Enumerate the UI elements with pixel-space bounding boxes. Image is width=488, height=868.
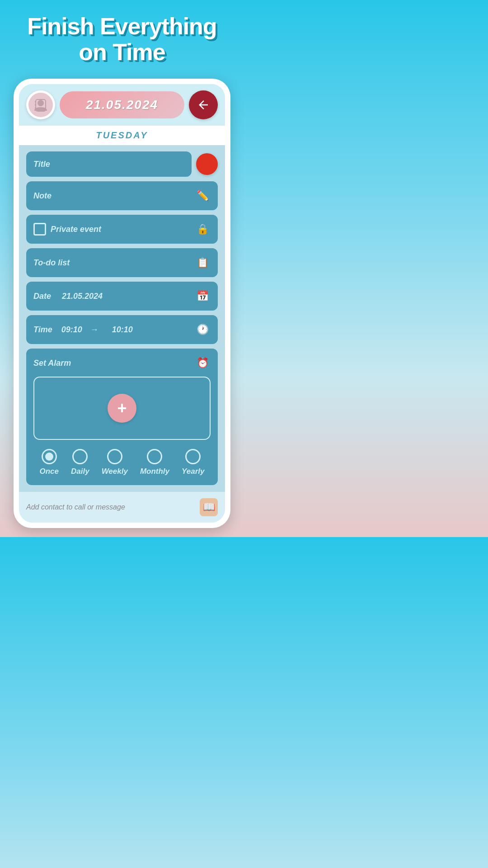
time-row[interactable]: Time 09:10 → 10:10 🕐 [26,315,218,344]
clock-icon: 🕐 [194,321,211,338]
time-start: 09:10 [61,325,82,335]
contact-button[interactable] [26,90,55,119]
date-field-value: 21.05.2024 [62,292,103,301]
day-label: TUESDAY [19,126,225,145]
hero-line2: on Time [79,39,165,65]
note-row[interactable]: Note ✏️ [26,181,218,210]
date-value: 21.05.2024 [86,98,158,112]
private-event-row[interactable]: Private event 🔒 [26,215,218,244]
radio-once[interactable]: Once [39,449,59,476]
radio-daily-label: Daily [71,467,89,476]
private-event-checkbox[interactable] [33,223,46,236]
color-indicator[interactable] [196,153,218,175]
calendar-icon: 📅 [194,288,211,304]
app-header: 21.05.2024 [19,84,225,126]
alarm-icon: ⏰ [194,355,211,371]
title-placeholder: Title [33,160,50,169]
radio-monthly-label: Monthly [140,467,169,476]
hero-line1: Finish Everything [27,13,216,39]
address-book-icon[interactable]: 📖 [200,498,218,516]
radio-weekly-label: Weekly [102,467,128,476]
private-event-label: Private event [51,225,101,234]
pencil-icon: ✏️ [194,188,211,204]
radio-yearly[interactable]: Yearly [182,449,204,476]
alarm-label: Set Alarm [33,359,71,368]
time-label: Time [33,325,52,335]
add-alarm-button[interactable]: + [108,394,136,423]
phone-frame: 21.05.2024 TUESDAY Title Note [14,79,230,528]
radio-weekly-circle[interactable] [107,449,122,464]
radio-yearly-label: Yearly [182,467,204,476]
recurrence-options: Once Daily Weekly Monthly [33,447,211,479]
form-area: Title Note ✏️ Private event 🔒 To-do list [19,145,225,491]
bottom-bar[interactable]: Add contact to call or message 📖 [19,491,225,523]
todo-label: To-do list [33,258,70,268]
radio-monthly-circle[interactable] [147,449,162,464]
date-field-label: Date [33,292,51,301]
add-alarm-plus: + [117,399,127,418]
contact-icon [28,93,53,117]
time-arrow: → [90,325,99,335]
radio-monthly[interactable]: Monthly [140,449,169,476]
radio-yearly-circle[interactable] [185,449,201,464]
time-end: 10:10 [112,325,133,335]
hero-title: Finish Everything on Time [0,0,244,74]
radio-once-circle[interactable] [42,449,57,464]
todo-icon: 📋 [194,255,211,271]
back-button[interactable] [189,90,218,119]
phone-inner: 21.05.2024 TUESDAY Title Note [19,84,225,523]
alarm-section: Set Alarm ⏰ + Once Daily [26,349,218,485]
date-row[interactable]: Date 21.05.2024 📅 [26,282,218,311]
lock-icon: 🔒 [194,221,211,237]
back-icon [197,98,210,112]
svg-point-0 [38,100,44,106]
alarm-header: Set Alarm ⏰ [33,355,211,371]
title-input[interactable]: Title [26,151,192,177]
todo-row[interactable]: To-do list 📋 [26,248,218,277]
radio-weekly[interactable]: Weekly [102,449,128,476]
radio-daily[interactable]: Daily [71,449,89,476]
radio-daily-circle[interactable] [72,449,88,464]
title-row: Title [26,151,218,177]
bottom-label: Add contact to call or message [26,503,125,511]
alarm-add-box[interactable]: + [33,377,211,440]
radio-once-label: Once [39,467,59,476]
date-display[interactable]: 21.05.2024 [60,91,184,118]
note-label: Note [33,191,52,201]
